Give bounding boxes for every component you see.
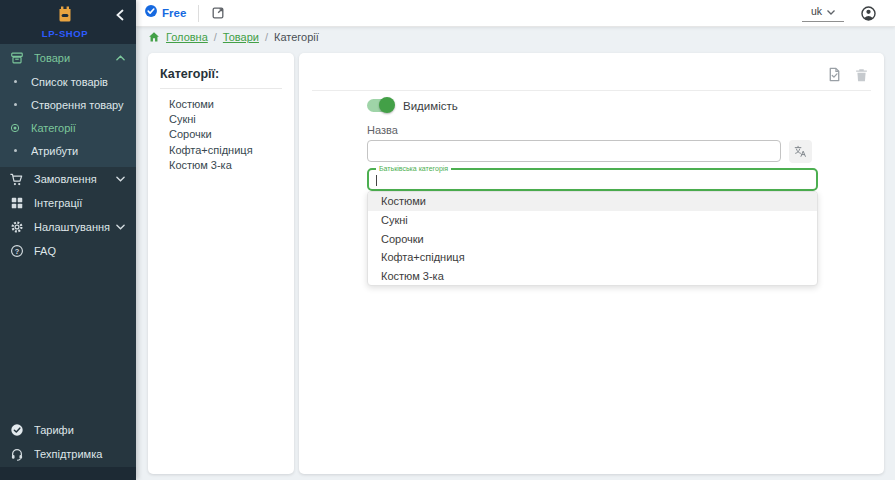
account-button[interactable] xyxy=(860,5,877,22)
sidebar-bottom: Тарифи Техпідтримка xyxy=(0,418,136,466)
topbar: Free uk xyxy=(136,0,895,27)
chevron-up-icon xyxy=(114,55,126,61)
sidebar-item-products[interactable]: Товари xyxy=(0,46,136,70)
categories-panel: Категорії: Костюми Сукні Сорочки Кофта+с… xyxy=(148,53,294,474)
parent-category-dropdown: Костюми Сукні Сорочки Кофта+спідниця Кос… xyxy=(367,191,818,286)
home-icon[interactable] xyxy=(148,31,160,43)
toggle-knob xyxy=(379,97,395,113)
logo-text: LP-SHOP xyxy=(42,28,88,39)
sidebar-item-label: Інтеграції xyxy=(34,197,126,209)
open-storefront-button[interactable] xyxy=(211,6,225,20)
dropdown-option[interactable]: Костюми xyxy=(368,192,817,211)
chevron-down-icon xyxy=(114,176,126,182)
category-list-item[interactable]: Костюми xyxy=(169,97,294,112)
visibility-row: Видимість xyxy=(367,99,458,112)
sidebar-item-label: Тарифи xyxy=(34,424,126,436)
caret-down-icon xyxy=(827,10,835,15)
breadcrumb-separator: / xyxy=(265,31,268,43)
radio-checked-icon xyxy=(8,123,22,133)
sidebar-header: LP-SHOP xyxy=(0,0,136,44)
bullet-icon xyxy=(8,103,22,106)
category-list-item[interactable]: Сукні xyxy=(169,112,294,127)
sidebar-item-label: FAQ xyxy=(34,245,126,257)
sidebar-item-support[interactable]: Техпідтримка xyxy=(0,442,136,466)
dropdown-option[interactable]: Сорочки xyxy=(368,229,817,248)
verified-check-icon xyxy=(144,4,158,22)
parent-category-field: Батьківська категорія xyxy=(367,168,818,191)
headset-icon xyxy=(8,447,25,461)
topbar-right: uk xyxy=(802,5,877,22)
sidebar-item-label: Налаштування xyxy=(34,221,114,233)
plan-label: Free xyxy=(162,7,186,19)
sidebar-item-settings[interactable]: Налаштування xyxy=(0,215,136,239)
box-icon xyxy=(8,51,25,65)
visibility-toggle[interactable] xyxy=(367,99,394,112)
sidebar-item-product-list[interactable]: Список товарів xyxy=(0,70,136,93)
trash-icon xyxy=(855,68,868,82)
sidebar-item-label: Категорії xyxy=(31,122,126,134)
editor-actions xyxy=(827,67,868,82)
shopping-bag-icon xyxy=(56,5,74,27)
chevron-down-icon xyxy=(114,224,126,230)
breadcrumb-separator: / xyxy=(214,31,217,43)
breadcrumb-link-products[interactable]: Товари xyxy=(223,31,259,43)
category-list-item[interactable]: Сорочки xyxy=(169,127,294,142)
account-icon xyxy=(860,5,877,22)
apps-grid-icon xyxy=(8,196,25,210)
bullet-icon xyxy=(8,80,22,83)
visibility-label: Видимість xyxy=(403,100,458,112)
sidebar-group-products: Товари Список товарів Створення товару К… xyxy=(0,44,136,167)
cart-icon xyxy=(8,172,25,187)
categories-panel-title: Категорії: xyxy=(160,67,282,81)
sidebar-collapse-button[interactable] xyxy=(113,8,127,22)
plan-badge[interactable]: Free xyxy=(144,4,186,22)
topbar-divider xyxy=(198,5,199,22)
sidebar-item-integrations[interactable]: Інтеграції xyxy=(0,191,136,215)
delete-button[interactable] xyxy=(855,68,868,82)
logo[interactable]: LP-SHOP xyxy=(42,5,88,39)
name-field-label: Назва xyxy=(367,124,398,136)
sidebar-item-label: Атрибути xyxy=(31,145,126,157)
category-editor-panel: Видимість Назва Батьківська категорія Ко… xyxy=(299,53,884,474)
translate-button[interactable] xyxy=(789,140,812,163)
help-circle-icon: ? xyxy=(8,244,25,258)
sidebar-item-label: Створення товару xyxy=(31,99,126,111)
sidebar-footer-strip xyxy=(0,467,136,480)
chevron-left-icon xyxy=(115,9,125,21)
sidebar-item-product-create[interactable]: Створення товару xyxy=(0,93,136,116)
text-cursor xyxy=(376,175,377,186)
dropdown-option[interactable]: Кофта+спідниця xyxy=(368,248,817,267)
sidebar: LP-SHOP Товари Список товарів xyxy=(0,0,136,480)
sidebar-item-label: Список товарів xyxy=(31,76,126,88)
sidebar-item-label: Товари xyxy=(34,52,114,64)
bullet-icon xyxy=(8,149,22,152)
sidebar-item-orders[interactable]: Замовлення xyxy=(0,167,136,191)
check-circle-icon xyxy=(8,423,25,437)
dropdown-option[interactable]: Сукні xyxy=(368,211,817,230)
breadcrumb-current: Категорії xyxy=(274,31,319,43)
language-value: uk xyxy=(811,5,822,17)
save-file-icon xyxy=(827,67,842,82)
parent-category-input[interactable] xyxy=(369,170,816,189)
breadcrumb-link-home[interactable]: Головна xyxy=(166,31,208,43)
divider xyxy=(312,90,871,91)
sidebar-item-attributes[interactable]: Атрибути xyxy=(0,139,136,162)
translate-icon xyxy=(794,145,807,158)
svg-text:?: ? xyxy=(14,247,19,256)
categories-list: Костюми Сукні Сорочки Кофта+спідниця Кос… xyxy=(148,89,294,173)
dropdown-option[interactable]: Костюм 3-ка xyxy=(368,267,817,286)
name-input[interactable] xyxy=(367,140,781,162)
sidebar-item-faq[interactable]: ? FAQ xyxy=(0,239,136,263)
breadcrumb: Головна / Товари / Категорії xyxy=(148,31,319,43)
sidebar-item-categories[interactable]: Категорії xyxy=(0,116,136,139)
app-window: LP-SHOP Товари Список товарів xyxy=(0,0,895,480)
language-select[interactable]: uk xyxy=(802,5,844,22)
category-list-item[interactable]: Костюм 3-ка xyxy=(169,158,294,173)
external-link-icon xyxy=(211,6,225,20)
sidebar-item-tariffs[interactable]: Тарифи xyxy=(0,418,136,442)
category-list-item[interactable]: Кофта+спідниця xyxy=(169,143,294,158)
gear-icon xyxy=(8,220,25,234)
sidebar-item-label: Замовлення xyxy=(34,173,114,185)
sidebar-item-label: Техпідтримка xyxy=(34,448,126,460)
save-button[interactable] xyxy=(827,67,842,82)
